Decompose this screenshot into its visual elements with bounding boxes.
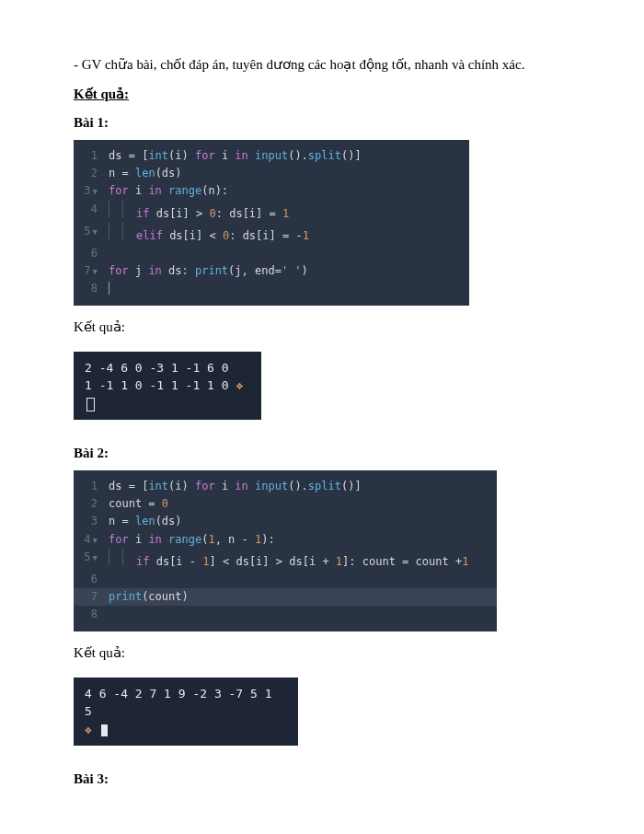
output-line: 2 -4 6 0 -3 1 -1 6 0 — [85, 359, 250, 377]
output-line: ❖ — [85, 721, 287, 739]
code-block-2: 1ds = [int(i) for i in input().split()] … — [74, 470, 497, 631]
output-line: 4 6 -4 2 7 1 9 -2 3 -7 5 1 — [85, 685, 287, 703]
document-page: - GV chữa bài, chốt đáp án, tuyên dương … — [0, 0, 644, 824]
exercise-1-title: Bài 1: — [74, 115, 580, 131]
results-heading: Kết quả: — [74, 86, 580, 102]
output-block-1: 2 -4 6 0 -3 1 -1 6 0 1 -1 1 0 -1 1 -1 1 … — [74, 352, 261, 421]
output-line: 1 -1 1 0 -1 1 -1 1 0 ❖ — [85, 376, 250, 412]
intro-text: - GV chữa bài, chốt đáp án, tuyên dương … — [74, 56, 580, 73]
output-block-2: 4 6 -4 2 7 1 9 -2 3 -7 5 1 5 ❖ — [74, 678, 298, 747]
output-line: 5 — [85, 702, 287, 721]
exercise-2-title: Bài 2: — [74, 446, 580, 461]
exercise-3-title: Bài 3: — [74, 771, 580, 787]
result-label-1: Kết quả: — [74, 319, 580, 335]
code-block-1: 1ds = [int(i) for i in input().split()] … — [74, 140, 469, 306]
result-label-2: Kết quả: — [74, 644, 580, 661]
